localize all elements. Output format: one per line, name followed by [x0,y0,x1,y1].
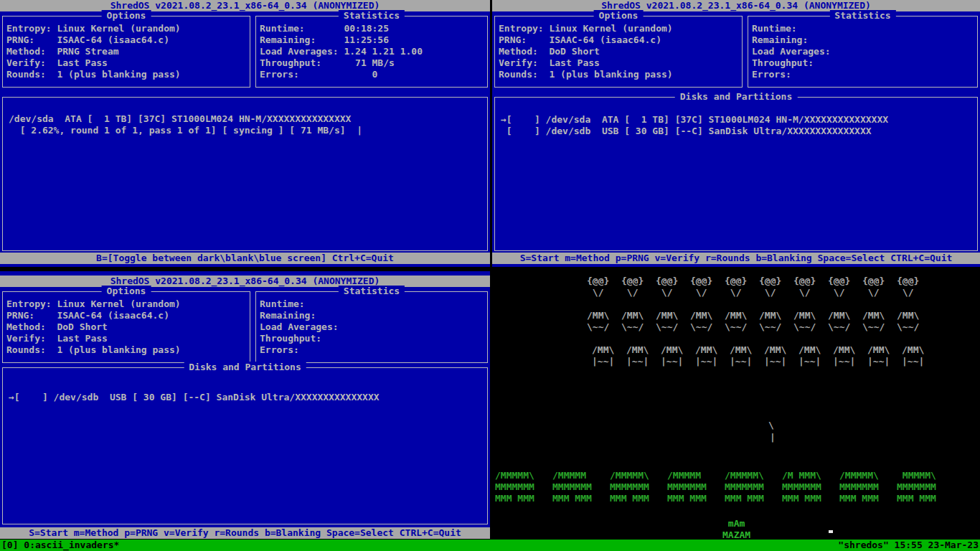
alien-invader-row2: /MM\ \~~/ [587,310,609,333]
alien-invader-row1: {@@} \/ [793,276,816,298]
alien-invader-row2: /MM\ \~~/ [656,310,678,333]
tmux-status-bar: [0] 0:ascii_invaders* "shredos" 15:55 23… [0,540,980,551]
alien-invader-row1: {@@} \/ [897,276,919,298]
statistics-values: Runtime: Remaining: Load Averages: Throu… [260,298,339,356]
falling-bomb: | [770,432,776,443]
alien-invader-row1: {@@} \/ [862,276,885,298]
tmux-window-item[interactable]: [0] 0:ascii_invaders* [1,540,119,551]
disks-box-title: Disks and Partitions [675,91,798,103]
pane-title: ShredOS v2021.08.2_23.1_x86-64_0.34 (ANO… [492,0,980,11]
statistics-box-title: Statistics [339,10,405,22]
options-box-title: Options [102,10,151,22]
keybar: B=[Toggle between dark\blank\blue screen… [0,253,490,264]
text-cursor [829,530,833,533]
disks-box: Disks and Partitions →[ ] /dev/sdb USB [… [2,367,488,524]
pane-bottom-left: ShredOS v2021.08.2_23.1_x86-64_0.34 (ANO… [0,271,490,539]
alien-invader-row3: /MM\ |~~| [661,344,683,367]
keybar: S=Start m=Method p=PRNG v=Verify r=Round… [0,527,490,539]
tmux-pane-divider-horizontal[interactable] [0,267,490,271]
defense-base: /MMMMM\ MMMMMMM MMM MMM [725,470,764,504]
alien-invader-row2: /MM\ \~~/ [621,310,644,333]
statistics-box: Statistics Runtime: Remaining: Load Aver… [748,16,978,88]
options-values: Entropy: Linux Kernel (urandom) PRNG: IS… [6,298,181,356]
alien-invader-row2: /MM\ \~~/ [759,310,781,333]
defense-base: MMMMM\ MMMMMMM MMM MMM [897,470,936,504]
defense-base: /MMMMM MMMMMMM MMM MMM [552,470,592,504]
alien-invader-row2: /MM\ \~~/ [725,310,747,333]
alien-invader-row3: /MM\ |~~| [764,344,786,367]
alien-invader-row2: /MM\ \~~/ [828,310,850,333]
pane-top-left: ShredOS v2021.08.2_23.1_x86-64_0.34 (ANO… [0,0,490,267]
alien-invader-row3: /MM\ |~~| [833,344,855,367]
invaders-pane: {@@} \/ {@@} \/ {@@} \/ {@@} \/ {@@} \/ … [492,271,980,539]
statistics-box-title: Statistics [829,10,895,22]
pane-top-right: ShredOS v2021.08.2_23.1_x86-64_0.34 (ANO… [492,0,980,267]
alien-invader-row1: {@@} \/ [690,276,712,298]
options-box: Options Entropy: Linux Kernel (urandom) … [2,16,250,88]
alien-invader-row3: /MM\ |~~| [798,344,821,367]
options-values: Entropy: Linux Kernel (urandom) PRNG: IS… [6,23,181,80]
statistics-values: Runtime: Remaining: Load Averages: Throu… [752,23,831,80]
defense-base: /M MMM\ MMMMMMM MMM MMM [782,470,821,504]
defense-base: /MMMMM\ MMMMMMM MMM MMM [610,470,649,504]
alien-invader-row1: {@@} \/ [656,276,678,298]
statistics-box: Statistics Runtime: Remaining: Load Aver… [255,291,488,363]
alien-invader-row3: /MM\ |~~| [730,344,752,367]
falling-bomb: \ [768,420,774,431]
alien-invader-row2: /MM\ \~~/ [690,310,712,333]
tmux-pane-divider-vertical[interactable] [490,0,492,540]
tmux-session-clock: "shredos" 15:55 23-Mar-23 [838,540,979,551]
options-box-title: Options [102,286,151,297]
alien-invader-row2: /MM\ \~~/ [862,310,885,333]
alien-invader-row3: /MM\ |~~| [695,344,717,367]
pane-title: ShredOS v2021.08.2_23.1_x86-64_0.34 (ANO… [0,0,490,11]
alien-invader-row2: /MM\ \~~/ [793,310,816,333]
defense-base: /MMMMM MMMMMMM MMM MMM [667,470,707,504]
options-box: Options Entropy: Linux Kernel (urandom) … [2,291,250,363]
alien-invader-row3: /MM\ |~~| [592,344,614,367]
disks-box: Disks and Partitions →[ ] /dev/sda ATA [… [494,97,978,251]
alien-invader-row1: {@@} \/ [587,276,609,298]
disk-list[interactable]: →[ ] /dev/sda ATA [ 1 TB] [37C] ST1000LM… [501,114,888,137]
player-ship: mAm MAZAM [722,518,750,539]
alien-invader-row1: {@@} \/ [828,276,850,298]
alien-invader-row1: {@@} \/ [621,276,644,298]
wipe-status-box: /dev/sda ATA [ 1 TB] [37C] ST1000LM024 H… [2,97,488,251]
statistics-values: Runtime: 00:18:25 Remaining: 11:25:56 Lo… [260,23,423,80]
alien-invader-row2: /MM\ \~~/ [897,310,919,333]
defense-base: /MMMMM\ MMMMMMM MMM MMM [839,470,879,504]
statistics-box-title: Statistics [339,286,405,297]
wipe-progress: /dev/sda ATA [ 1 TB] [37C] ST1000LM024 H… [9,113,362,136]
alien-invader-row3: /MM\ |~~| [902,344,924,367]
disks-box-title: Disks and Partitions [184,362,306,373]
alien-invader-row1: {@@} \/ [725,276,747,298]
statistics-box: Statistics Runtime: 00:18:25 Remaining: … [255,16,488,88]
alien-invader-row3: /MM\ |~~| [626,344,649,367]
pane-title: ShredOS v2021.08.2_23.1_x86-64_0.34 (ANO… [0,276,490,287]
keybar: S=Start m=Method p=PRNG v=Verify r=Round… [492,253,980,264]
alien-invader-row3: /MM\ |~~| [867,344,890,367]
options-box-title: Options [594,10,644,22]
options-box: Options Entropy: Linux Kernel (urandom) … [494,16,743,88]
options-values: Entropy: Linux Kernel (urandom) PRNG: IS… [499,23,673,80]
disk-list[interactable]: →[ ] /dev/sdb USB [ 30 GB] [--C] SanDisk… [9,392,380,403]
defense-base: /MMMMM\ MMMMMMM MMM MMM [495,470,534,504]
alien-invader-row1: {@@} \/ [759,276,781,298]
